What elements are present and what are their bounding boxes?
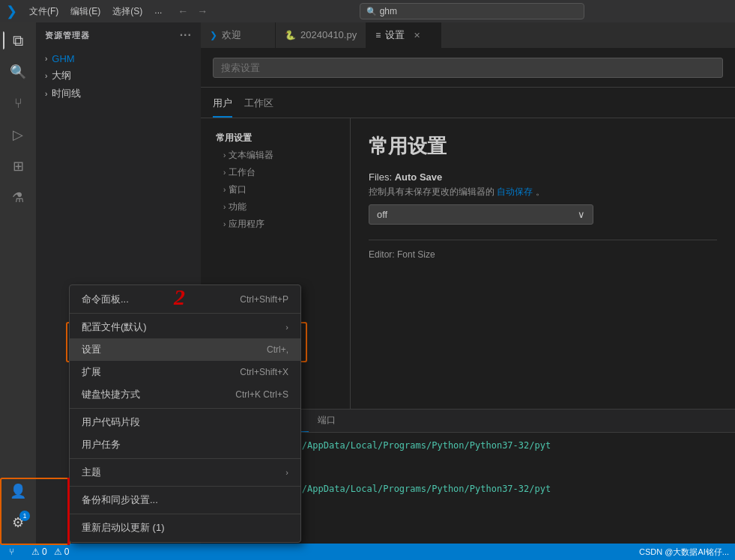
menu-shortcut: Ctrl+K Ctrl+S [235,389,288,400]
tab-settings[interactable]: ≡ 设置 ✕ [366,22,441,48]
settings-nav-item-features[interactable]: › 功能 [201,198,350,216]
error-icon: ⚠ [54,547,62,557]
statusbar-warnings[interactable]: ⚠ 0 ⚠ 0 [28,547,72,557]
activity-item-beaker[interactable]: ⚗ [3,183,33,213]
context-menu: 命令面板... Ctrl+Shift+P 配置文件(默认) › 设置 Ctrl+… [69,284,301,543]
activity-item-search[interactable]: 🔍 [3,57,33,87]
nav-arrow: › [223,203,226,211]
search-bar[interactable]: 🔍 [360,3,584,19]
activity-item-files[interactable]: ⧉ [3,25,33,55]
nav-label: 功能 [229,201,246,213]
tab-welcome[interactable]: ❯ 欢迎 [201,22,276,48]
menu-edit[interactable]: 编辑(E) [64,4,106,19]
statusbar: ⑂ ⚠ 0 ⚠ 0 CSDN @大数据AI铭仔... [0,544,735,560]
arrow-icon: › [45,55,47,63]
sidebar-title: 资源管理器 [45,30,90,41]
menu-select[interactable]: 选择(S) [106,4,148,19]
tab-close-button[interactable]: ✕ [412,29,422,42]
menu-label: 用户代码片段 [82,416,140,429]
menu-item-tasks[interactable]: 用户任务 [70,433,300,456]
menu-separator-1 [70,313,300,314]
menu-label: 键盘快捷方式 [82,388,140,401]
menu-item-settings[interactable]: 设置 Ctrl+, [70,338,300,361]
search-input[interactable] [380,6,578,16]
activity-item-extensions[interactable]: ⊞ [3,151,33,181]
settings-nav-item-workbench[interactable]: › 工作台 [201,164,350,181]
menu-item-extensions[interactable]: 扩展 Ctrl+Shift+X [70,361,300,383]
dropdown-arrow-icon: ∨ [578,209,585,220]
activity-item-git[interactable]: ⑂ [3,88,33,118]
menu-separator-5 [70,514,300,514]
nav-label: 工作台 [229,166,255,179]
menu-bar: 文件(F) 编辑(E) 选择(S) ... [23,4,168,19]
menu-label: 主题 [82,466,101,479]
tab-icon: ❯ [210,30,217,40]
branch-icon: ⑂ [9,547,14,557]
menu-arrow: › [285,323,288,332]
run-icon: ▷ [13,127,23,143]
settings-search-input[interactable] [213,58,723,78]
menu-label: 重新启动以更新 (1) [82,521,165,535]
sidebar-item-label: 大纲 [52,69,71,82]
tab-python[interactable]: 🐍 20240410.py [276,22,366,48]
autosave-desc-suffix: 。 [536,186,545,197]
menu-shortcut: Ctrl+, [267,344,288,355]
vscode-icon: ❯ [6,3,17,19]
menu-item-profile[interactable]: 配置文件(默认) › [70,316,300,338]
menu-label: 命令面板... [82,293,129,306]
settings-tab-user[interactable]: 用户 [213,94,232,118]
settings-search-bar[interactable] [201,49,735,88]
autosave-desc: 控制具有未保存更改的编辑器的 自动保存 。 [369,186,717,198]
settings-nav-item-text[interactable]: › 文本编辑器 [201,147,350,164]
sidebar-item-outline[interactable]: › 大纲 [36,67,201,85]
autosave-dropdown[interactable]: off ∨ [369,204,593,225]
menu-more[interactable]: ... [148,4,168,19]
sidebar-dots[interactable]: ··· [180,28,192,42]
settings-tabs-bar: 用户 工作区 [201,88,735,118]
activity-item-account[interactable]: 👤 [3,476,33,506]
menu-shortcut: Ctrl+Shift+P [240,294,288,305]
nav-buttons: ← → [174,4,211,19]
menu-item-snippets[interactable]: 用户代码片段 [70,411,300,433]
python-icon: 🐍 [285,30,296,40]
activity-item-settings[interactable]: ⚙ 1 [3,508,33,538]
autosave-link[interactable]: 自动保存 [497,186,533,197]
nav-forward-button[interactable]: → [193,4,211,19]
menu-file[interactable]: 文件(F) [23,4,64,19]
nav-arrow: › [223,186,226,194]
settings-fontsize-entry: Editor: Font Size [369,240,717,260]
menu-label: 备份和同步设置... [82,493,158,507]
menu-item-theme[interactable]: 主题 › [70,461,300,484]
sidebar-item-ghm[interactable]: › GHM [36,51,201,67]
sidebar-tree: › GHM › 大纲 › 时间线 [36,48,201,106]
arrow-icon: › [45,72,47,80]
nav-arrow: › [223,151,226,159]
tab-label: 20240410.py [300,29,357,40]
panel-tab-ports[interactable]: 端口 [309,410,345,432]
menu-item-backup[interactable]: 备份和同步设置... [70,489,300,511]
menu-label: 设置 [82,343,101,356]
menu-label: 用户任务 [82,438,121,451]
menu-item-command-palette[interactable]: 命令面板... Ctrl+Shift+P [70,288,300,311]
settings-tab-workspace[interactable]: 工作区 [244,94,273,118]
autosave-label: Files: Auto Save [369,171,717,183]
statusbar-branch[interactable]: ⑂ [6,547,19,557]
titlebar: ❯ 文件(F) 编辑(E) 选择(S) ... ← → 🔍 [0,0,735,22]
sidebar-item-timeline[interactable]: › 时间线 [36,85,201,103]
menu-label: 配置文件(默认) [82,320,147,334]
menu-item-restart[interactable]: 重新启动以更新 (1) [70,517,300,539]
activity-bar: ⧉ 🔍 ⑂ ▷ ⊞ ⚗ 👤 ⚙ 1 [0,22,36,544]
beaker-icon: ⚗ [12,189,24,206]
menu-item-keyboard[interactable]: 键盘快捷方式 Ctrl+K Ctrl+S [70,383,300,406]
sidebar-item-label: 时间线 [52,87,81,100]
settings-nav-item-window[interactable]: › 窗口 [201,181,350,198]
files-icon: ⧉ [13,32,23,49]
settings-autosave-entry: Files: Auto Save 控制具有未保存更改的编辑器的 自动保存 。 o… [369,171,717,225]
sidebar-item-label: GHM [52,53,74,64]
settings-nav-item-app[interactable]: › 应用程序 [201,216,350,233]
nav-back-button[interactable]: ← [174,4,192,19]
nav-label: 应用程序 [229,218,264,231]
activity-item-run[interactable]: ▷ [3,120,33,150]
nav-label: 窗口 [229,183,246,196]
nav-label: 文本编辑器 [229,149,273,162]
